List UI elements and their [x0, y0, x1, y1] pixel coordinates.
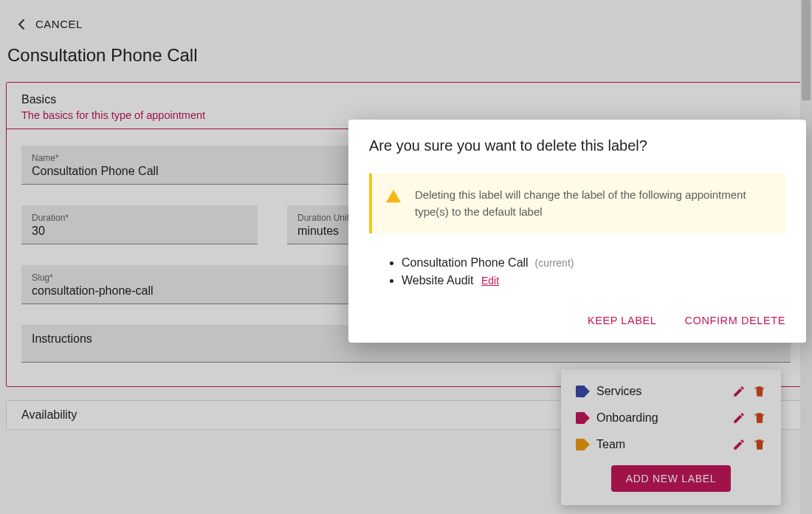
affected-name: Consultation Phone Call [402, 256, 529, 269]
dialog-title: Are you sure you want to delete this lab… [369, 137, 785, 174]
affected-name: Website Audit [402, 274, 474, 287]
confirm-delete-button[interactable]: CONFIRM DELETE [685, 315, 786, 326]
keep-label-button[interactable]: KEEP LABEL [588, 315, 657, 326]
dialog-actions: KEEP LABEL CONFIRM DELETE [369, 315, 785, 326]
current-tag: (current) [535, 257, 574, 269]
warning-box: Deleting this label will change the labe… [369, 174, 785, 233]
affected-item: Consultation Phone Call (current) [402, 254, 785, 272]
confirm-delete-dialog: Are you sure you want to delete this lab… [348, 120, 806, 343]
edit-link[interactable]: Edit [481, 275, 499, 287]
warning-text: Deleting this label will change the labe… [415, 187, 772, 220]
affected-list: Consultation Phone Call (current) Websit… [369, 254, 785, 289]
affected-item: Website Audit Edit [402, 272, 785, 289]
warning-icon [385, 188, 402, 205]
